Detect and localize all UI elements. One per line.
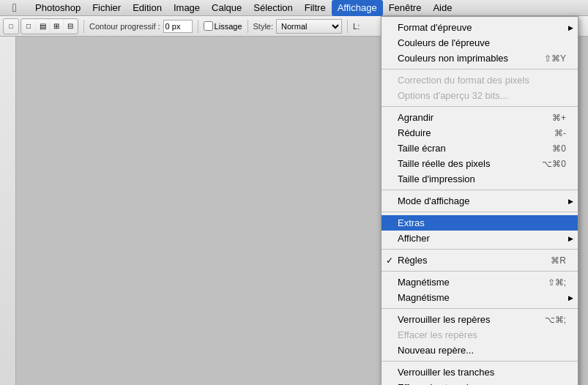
- menu-label-reduire: Réduire: [398, 127, 431, 138]
- menu-edition[interactable]: Edition: [127, 0, 168, 16]
- menu-item-verrouiller_reperes[interactable]: Verrouiller les repères⌥⌘;: [382, 312, 578, 327]
- menu-item-agrandir[interactable]: Agrandir⌘+: [382, 110, 578, 125]
- menu-label-effacer_tranches: Effacer les tranches: [398, 382, 482, 385]
- menu-item-afficher[interactable]: Afficher: [382, 231, 578, 246]
- affichage-dropdown: Format d'épreuveCouleurs de l'épreuveCou…: [381, 16, 578, 385]
- separator-sep5: [382, 249, 578, 250]
- menu-item-mode_affichage[interactable]: Mode d'affichage: [382, 193, 578, 209]
- shortcut-reduire: ⌘-: [554, 128, 566, 138]
- menu-label-correction_format: Correction du format des pixels: [398, 75, 529, 86]
- menu-label-extras: Extras: [398, 217, 425, 228]
- tools-panel: [0, 37, 16, 385]
- grid-view2-btn[interactable]: ⊞: [50, 20, 63, 33]
- menu-item-couleurs_epreuve[interactable]: Couleurs de l'épreuve: [382, 35, 578, 51]
- intersect-view-btn[interactable]: ⊟: [64, 20, 77, 33]
- separator-sep3: [382, 190, 578, 190]
- menu-filtre[interactable]: Filtre: [299, 0, 332, 16]
- shortcut-taille_ecran: ⌘0: [552, 143, 566, 154]
- contour-label: Contour progressif :: [89, 22, 160, 31]
- toolbar-sep-2: [198, 20, 198, 33]
- toolbar-sep-3: [248, 20, 248, 33]
- menu-fichier[interactable]: Fichier: [86, 0, 127, 16]
- menu-label-couleurs_epreuve: Couleurs de l'épreuve: [398, 37, 490, 48]
- selection-tools-group: □ □ ▤ ⊞ ⊟: [3, 18, 78, 34]
- menu-label-couleurs_non_imprimables: Couleurs non imprimables: [398, 53, 508, 64]
- style-select[interactable]: Normal: [276, 19, 342, 34]
- menu-item-correction_format: Correction du format des pixels: [382, 72, 578, 88]
- menu-label-verrouiller_tranches: Verrouiller les tranches: [398, 367, 494, 378]
- apple-menu[interactable]: : [0, 1, 29, 15]
- separator-sep2: [382, 106, 578, 107]
- shortcut-agrandir: ⌘+: [552, 113, 566, 123]
- menu-label-afficher: Afficher: [398, 233, 430, 244]
- menu-item-verrouiller_tranches[interactable]: Verrouiller les tranches: [382, 365, 578, 380]
- separator-sep8: [382, 361, 578, 362]
- style-label: Style:: [253, 22, 274, 31]
- toolbar-sep-4: [347, 20, 348, 33]
- menu-label-regles: Règles: [398, 255, 427, 266]
- menu-item-effacer_tranches[interactable]: Effacer les tranches: [382, 380, 578, 385]
- shortcut-taille_reelle: ⌥⌘0: [542, 159, 566, 169]
- menu-bar:  Photoshop Fichier Edition Image Calque…: [0, 0, 588, 16]
- menu-photoshop[interactable]: Photoshop: [29, 0, 86, 16]
- menu-label-options_apercu: Options d'aperçu 32 bits...: [398, 90, 508, 101]
- contour-input[interactable]: [163, 20, 193, 33]
- shortcut-magnetisme1: ⇧⌘;: [548, 277, 566, 288]
- menu-label-magnetisme2: Magnétisme: [398, 292, 450, 303]
- menu-label-effacer_reperes: Effacer les repères: [398, 329, 477, 340]
- menu-item-magnetisme2[interactable]: Magnétisme: [382, 290, 578, 305]
- menu-label-mode_affichage: Mode d'affichage: [398, 195, 469, 206]
- menu-item-taille_reelle[interactable]: Taille réelle des pixels⌥⌘0: [382, 156, 578, 171]
- menu-item-format_epreuve[interactable]: Format d'épreuve: [382, 20, 578, 35]
- menu-label-verrouiller_reperes: Verrouiller les repères: [398, 314, 490, 325]
- menu-item-nouveau_repere[interactable]: Nouveau repère...: [382, 343, 578, 358]
- separator-sep6: [382, 271, 578, 272]
- menu-selection[interactable]: Sélection: [248, 0, 298, 16]
- lissage-checkbox[interactable]: [204, 21, 213, 31]
- menu-label-agrandir: Agrandir: [398, 112, 433, 123]
- checkmark-icon: ✓: [386, 255, 393, 266]
- shortcut-couleurs_non_imprimables: ⇧⌘Y: [544, 53, 566, 64]
- menu-affichage[interactable]: Affichage: [332, 0, 383, 16]
- menu-label-nouveau_repere: Nouveau repère...: [398, 345, 474, 356]
- menu-label-format_epreuve: Format d'épreuve: [398, 22, 472, 33]
- menu-aide[interactable]: Aide: [427, 0, 458, 16]
- menu-label-magnetisme1: Magnétisme: [398, 277, 450, 288]
- menu-item-taille_ecran[interactable]: Taille écran⌘0: [382, 141, 578, 156]
- shortcut-regles: ⌘R: [551, 255, 566, 266]
- toolbar-sep-1: [83, 20, 84, 33]
- lissage-checkbox-group: Lissage: [204, 21, 242, 31]
- menu-item-couleurs_non_imprimables[interactable]: Couleurs non imprimables⇧⌘Y: [382, 51, 578, 66]
- menu-label-taille_ecran: Taille écran: [398, 143, 446, 154]
- shortcut-verrouiller_reperes: ⌥⌘;: [545, 315, 566, 325]
- menu-item-taille_impression[interactable]: Taille d'impression: [382, 171, 578, 187]
- view-mode-group: □ ▤ ⊞ ⊟: [21, 18, 78, 34]
- grid-view-btn[interactable]: ▤: [36, 20, 49, 33]
- separator-sep4: [382, 212, 578, 212]
- menu-item-effacer_reperes: Effacer les repères: [382, 327, 578, 343]
- menu-calque[interactable]: Calque: [206, 0, 248, 16]
- menu-item-reduire[interactable]: Réduire⌘-: [382, 125, 578, 141]
- menu-item-options_apercu: Options d'aperçu 32 bits...: [382, 88, 578, 103]
- menu-image[interactable]: Image: [168, 0, 206, 16]
- menu-fenetre[interactable]: Fenêtre: [383, 0, 428, 16]
- separator-sep1: [382, 69, 578, 70]
- menu-item-regles[interactable]: ✓Règles⌘R: [382, 253, 578, 268]
- menu-item-magnetisme1[interactable]: Magnétisme⇧⌘;: [382, 274, 578, 290]
- menu-label-taille_reelle: Taille réelle des pixels: [398, 158, 490, 169]
- menu-label-taille_impression: Taille d'impression: [398, 173, 475, 184]
- separator-sep7: [382, 308, 578, 309]
- marquee-tool-btn[interactable]: □: [3, 18, 19, 34]
- l-label: L:: [353, 22, 360, 31]
- lissage-label: Lissage: [215, 22, 242, 31]
- normal-view-btn[interactable]: □: [22, 20, 35, 33]
- menu-item-extras[interactable]: Extras: [382, 215, 578, 231]
